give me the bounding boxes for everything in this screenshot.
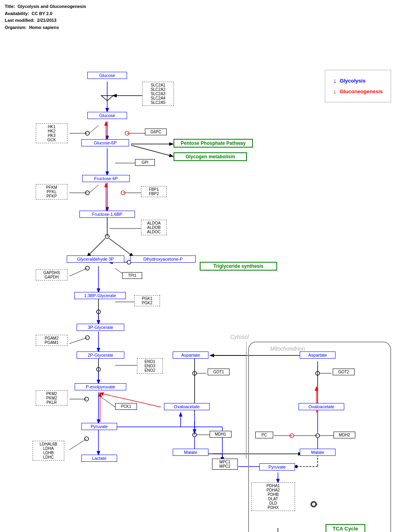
svg-line-24 bbox=[87, 238, 105, 256]
pfk-enzyme-box: PFKM PFKL PFKP bbox=[36, 184, 67, 200]
aspartate-cyt-node[interactable]: Aspartate bbox=[173, 351, 208, 359]
triglyceride-node[interactable]: Triglyceride synthesis bbox=[200, 262, 277, 271]
svg-point-22 bbox=[105, 234, 109, 238]
svg-point-15 bbox=[85, 191, 89, 195]
fbp-enzyme-box: FBP1 FBP2 bbox=[141, 186, 167, 197]
mdh1-enzyme-box: MDH1 bbox=[210, 431, 231, 438]
glycolysis-arrow: ↓ bbox=[333, 77, 337, 85]
glycolysis-label: Glycolysis bbox=[340, 78, 366, 84]
svg-point-60 bbox=[193, 433, 197, 437]
svg-line-36 bbox=[69, 338, 87, 344]
availability-value: CC BY 2.0 bbox=[31, 11, 52, 16]
svg-point-30 bbox=[85, 266, 89, 270]
eno-enzyme-box: ENO1 ENO3 ENO2 bbox=[137, 358, 163, 374]
availability-label: Availability: bbox=[5, 11, 29, 16]
pkm-enzyme-box: PKM2 PKM2 PKLR bbox=[36, 390, 67, 406]
svg-point-45 bbox=[85, 397, 89, 401]
tca-node[interactable]: TCA Cycle bbox=[326, 524, 365, 532]
oxaloacetate-cyt-node[interactable]: Oxaloacetate bbox=[164, 403, 210, 410]
svg-point-37 bbox=[85, 336, 89, 340]
aspartate-mit-node[interactable]: Aspartate bbox=[300, 351, 336, 359]
organism-label: Organism: bbox=[5, 25, 27, 30]
pdh-enzyme-box: PDHA1 PDHA2 PDHB DLAT DLD PDHX bbox=[251, 482, 295, 511]
glycogen-node[interactable]: Glycogen metabolism bbox=[174, 152, 247, 161]
svg-point-18 bbox=[121, 191, 125, 195]
gluconeogenesis-legend: ↓ Gluconeogenesis bbox=[333, 87, 383, 96]
glycolysis-legend: ↓ Glycolysis bbox=[333, 77, 383, 85]
svg-line-11 bbox=[131, 145, 173, 156]
mdh2-enzyme-box: MDH2 bbox=[334, 432, 355, 438]
gapdh-enzyme-box: GAPDHS GAPDH bbox=[36, 269, 67, 280]
svg-marker-1 bbox=[101, 96, 113, 101]
organism-value: Homo sapiens bbox=[29, 25, 59, 30]
legend: ↓ Glycolysis ↓ Gluconeogenesis bbox=[325, 70, 391, 102]
gluconeogenesis-arrow: ↓ bbox=[333, 87, 337, 96]
got1-enzyme-box: GOT1 bbox=[208, 369, 229, 375]
pyruvate-cyt-node[interactable]: Pyruvate bbox=[81, 423, 117, 430]
p2glycerate-node[interactable]: 2P-Glycerate bbox=[77, 351, 124, 359]
svg-line-48 bbox=[69, 439, 87, 450]
cytosol-label: Cytosol bbox=[230, 334, 249, 340]
pyruvate-mit-node[interactable]: Pyruvate bbox=[259, 463, 295, 471]
pgk-enzyme-box: PGK1 PGK2 bbox=[134, 295, 160, 306]
oxaloacetate-mit-node[interactable]: Oxaloacetate bbox=[299, 403, 344, 410]
gluconeogenesis-label: Gluconeogenesis bbox=[340, 88, 383, 94]
svg-line-25 bbox=[109, 238, 133, 256]
pck1-enzyme-box: PCK1 bbox=[115, 403, 137, 410]
tpi1-enzyme-box: TPI1 bbox=[122, 272, 142, 279]
mitochondrion-label: Mitochondrion bbox=[270, 346, 305, 352]
lastmod-label: Last modified: bbox=[5, 18, 35, 23]
lactate-node[interactable]: Lactate bbox=[81, 455, 117, 462]
svg-point-56 bbox=[193, 371, 197, 375]
glucose-mid-node[interactable]: Glucose bbox=[87, 112, 127, 119]
ldh-enzyme-box: LDHAL6B LDHA LDHB LDHC bbox=[33, 441, 64, 461]
svg-line-26 bbox=[115, 268, 123, 274]
glucose-top-node[interactable]: Glucose bbox=[87, 72, 127, 79]
svg-point-49 bbox=[85, 437, 89, 441]
cytosol-separator bbox=[246, 342, 247, 459]
svg-point-6 bbox=[85, 131, 89, 135]
fructose6p-node[interactable]: Fructose 6P bbox=[82, 175, 130, 182]
dhap-node[interactable]: Dihydroxyacetone-P bbox=[130, 255, 196, 263]
title-label: Title: bbox=[5, 4, 15, 9]
svg-line-43 bbox=[98, 395, 115, 407]
svg-point-91 bbox=[311, 501, 316, 507]
pdh-circle-icon bbox=[310, 500, 318, 508]
svg-point-34 bbox=[96, 310, 100, 314]
glyceraldehyde3p-node[interactable]: Glyceraldehyde 3P bbox=[67, 255, 124, 263]
svg-line-16 bbox=[89, 185, 98, 193]
malate-mit-node[interactable]: Malate bbox=[300, 449, 336, 456]
g6pc-enzyme-box: G6PC bbox=[145, 129, 167, 135]
p3glycerate-node[interactable]: 3P-Glycerate bbox=[77, 324, 124, 331]
hk-enzyme-box: HK1 HK2 HK3 GCK bbox=[36, 123, 67, 143]
malate-cyt-node[interactable]: Malate bbox=[173, 449, 208, 456]
title-value: Glycolysis and Gluconeogenesis bbox=[17, 4, 86, 9]
slc-enzyme-box: SLC2A1 SLC2A2 SLC2A3 SLC2A4 SLC2A5 bbox=[142, 82, 174, 106]
bp13glycerate-node[interactable]: 1,3BP-Glycerate bbox=[74, 292, 126, 299]
pentose-pathway-node[interactable]: Pentose Phosphate Pathway bbox=[174, 139, 253, 148]
svg-line-29 bbox=[69, 268, 87, 276]
got2-enzyme-box: GOT2 bbox=[333, 369, 355, 375]
pgam-enzyme-box: PGAM2 PGAM1 bbox=[36, 335, 67, 346]
pc-enzyme-box: PC bbox=[255, 432, 273, 438]
svg-line-7 bbox=[89, 125, 98, 133]
mpc-enzyme-box: MPC1 MPC2 bbox=[212, 459, 238, 470]
penolpyruvate-node[interactable]: P-enolpyruvate bbox=[75, 383, 126, 390]
lastmod-value: 2/21/2013 bbox=[37, 18, 56, 23]
svg-point-9 bbox=[125, 131, 129, 135]
fructose16bp-node[interactable]: Fructose-1,6BP bbox=[79, 211, 135, 218]
gpi-enzyme-box: GPI bbox=[135, 159, 155, 166]
diagram-area: ↓ Glycolysis ↓ Gluconeogenesis Glucose S… bbox=[0, 34, 403, 532]
aldo-enzyme-box: ALDOA ALDOB ALDOC bbox=[141, 220, 167, 235]
glucose6p-node[interactable]: Glucose-6P bbox=[81, 139, 129, 146]
svg-point-41 bbox=[96, 367, 100, 371]
header: Title: Glycolysis and Gluconeogenesis Av… bbox=[0, 0, 403, 34]
